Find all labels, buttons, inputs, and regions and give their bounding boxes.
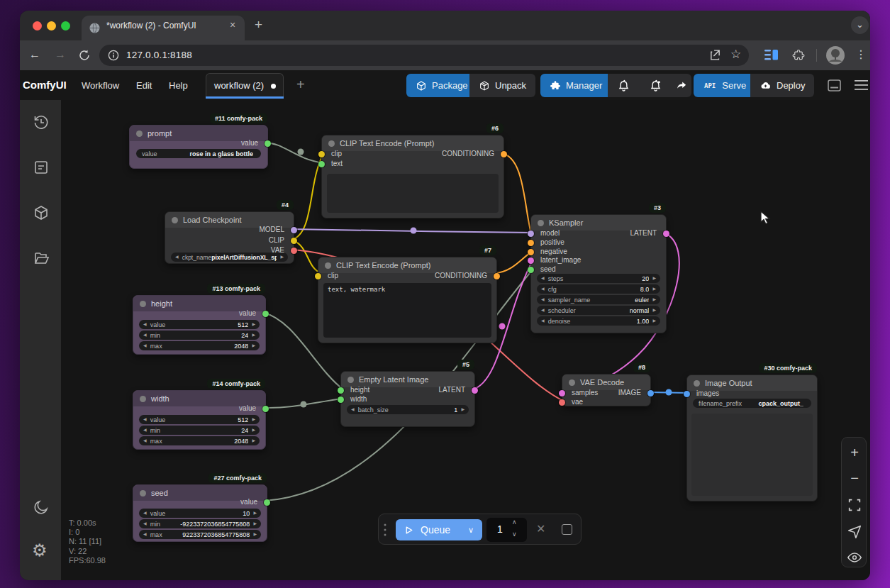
fit-view-icon[interactable] [847,497,862,513]
theme-moon-icon[interactable] [33,499,50,516]
next-option-icon[interactable]: ▶ [652,295,656,304]
widget-scheduler[interactable]: ◀ scheduler normal ▶ [537,306,660,315]
node-image-output[interactable]: #30 comfy-pack Image Output images filen… [686,375,818,501]
package-button[interactable]: Package [406,74,477,97]
hamburger-menu-icon[interactable] [855,80,868,91]
decrement-icon[interactable]: ◀ [143,436,147,445]
widget-value[interactable]: value rose in a glass bottle [136,149,261,158]
output-port-vae[interactable] [291,248,297,254]
close-window-button[interactable] [33,21,42,30]
zoom-in-icon[interactable]: + [847,445,862,460]
node-empty-latent-image[interactable]: #5 Empty Latent Image height width LATEN… [340,371,475,427]
extensions-puzzle-icon[interactable] [792,49,805,62]
select-mode-icon[interactable] [847,523,862,539]
output-port-image[interactable] [647,390,654,396]
increment-icon[interactable]: ▶ [252,320,255,329]
input-port-model[interactable] [528,231,534,237]
widget-max[interactable]: ◀max9223372036854775808▶ [139,530,261,539]
menu-edit[interactable]: Edit [136,80,152,91]
address-bar[interactable] [99,45,749,66]
decrement-icon[interactable]: ◀ [541,284,545,294]
tab-search-chevron-icon[interactable]: ⌄ [851,16,869,34]
share-icon[interactable] [709,49,721,61]
input-port-samples[interactable] [559,390,565,396]
avatar[interactable] [826,46,845,65]
increment-count-icon[interactable]: ∧ [512,518,517,526]
reading-list-icon[interactable] [764,49,778,61]
forward-icon[interactable]: → [55,48,66,61]
input-port-text[interactable] [318,161,325,167]
widget-batch-size[interactable]: ◀batch_size1▶ [347,405,469,414]
increment-icon[interactable]: ▶ [252,341,255,350]
widget-max[interactable]: ◀max2048▶ [139,436,260,445]
increment-icon[interactable]: ▶ [652,274,656,283]
workflows-folder-icon[interactable] [33,250,50,267]
prev-option-icon[interactable]: ◀ [175,253,179,262]
node-load-checkpoint[interactable]: #4 Load Checkpoint MODEL CLIP VAE ◀ ckpt… [165,211,294,264]
zoom-out-icon[interactable]: − [847,471,862,487]
tab-close-icon[interactable]: × [230,19,235,30]
node-library-icon[interactable] [33,159,50,176]
node-clip-text-encode-positive[interactable]: #6 CLIP Text Encode (Prompt) clip text C… [321,135,504,218]
decrement-icon[interactable]: ◀ [143,320,147,329]
output-port-latent[interactable] [472,387,478,394]
output-port-value[interactable] [262,311,269,317]
widget-value[interactable]: ◀value512▶ [139,320,260,329]
input-port-latent-image[interactable] [528,257,534,264]
new-workflow-button[interactable]: + [296,77,305,93]
output-port-value[interactable] [265,140,271,147]
input-port-images[interactable] [684,391,690,397]
increment-icon[interactable]: ▶ [253,530,257,539]
decrement-icon[interactable]: ◀ [143,426,147,435]
input-port-vae[interactable] [559,399,565,406]
drag-handle-icon[interactable] [384,523,386,536]
increment-icon[interactable]: ▶ [652,316,656,326]
text-widget[interactable] [327,174,499,213]
stop-icon[interactable] [562,524,572,535]
increment-icon[interactable]: ▶ [253,519,257,528]
widget-min[interactable]: ◀min24▶ [139,331,260,340]
settings-gear-icon[interactable]: ⚙ [32,542,48,559]
output-port-conditioning[interactable] [494,273,500,279]
widget-steps[interactable]: ◀ steps 20 ▶ [537,274,660,283]
share-workflow-button[interactable] [672,74,691,97]
increment-icon[interactable]: ▶ [252,426,255,435]
increment-icon[interactable]: ▶ [253,509,257,518]
input-port-negative[interactable] [528,249,534,255]
prev-option-icon[interactable]: ◀ [541,295,545,304]
output-port-clip[interactable] [291,238,297,244]
input-port-clip[interactable] [318,151,325,157]
notification-bell-alt-button[interactable] [640,74,672,97]
notification-bell-button[interactable] [608,74,640,97]
back-icon[interactable]: ← [29,48,40,61]
model-library-icon[interactable] [33,204,50,221]
widget-denoise[interactable]: ◀ denoise 1.00 ▶ [537,316,660,326]
manager-button[interactable]: Manager [540,74,611,97]
node-height[interactable]: #13 comfy-pack height value ◀value512▶ ◀… [133,295,266,355]
widget-value[interactable]: ◀value10▶ [139,509,261,518]
decrement-icon[interactable]: ◀ [143,331,147,340]
unpack-button[interactable]: Unpack [469,74,535,97]
decrement-icon[interactable]: ◀ [143,341,147,350]
widget-sampler-name[interactable]: ◀ sampler_name euler ▶ [537,295,660,304]
panel-toggle-icon[interactable] [828,79,841,91]
input-port-seed[interactable] [528,267,534,273]
site-info-icon[interactable] [108,50,119,61]
menu-workflow[interactable]: Workflow [82,80,119,91]
next-option-icon[interactable]: ▶ [652,306,656,315]
widget-min[interactable]: ◀min-9223372036854775808▶ [139,519,261,528]
api-serve-button[interactable]: API Serve [694,74,755,97]
output-port-model[interactable] [291,227,297,233]
minimize-window-button[interactable] [47,21,56,30]
toggle-visibility-eye-icon[interactable] [847,550,862,565]
output-port-conditioning[interactable] [501,151,507,157]
menu-help[interactable]: Help [169,80,188,91]
input-port-positive[interactable] [528,240,534,246]
decrement-icon[interactable]: ◀ [143,509,147,518]
widget-ckpt-name[interactable]: ◀ ckpt_name pixelArtDiffusionXL_spriteSh… [171,253,288,262]
output-port-latent[interactable] [663,231,669,237]
decrement-icon[interactable]: ◀ [143,415,147,424]
input-port-width[interactable] [338,396,344,403]
batch-count-stepper[interactable]: 1 ∧ ∨ [486,518,527,542]
next-option-icon[interactable]: ▶ [280,253,284,262]
